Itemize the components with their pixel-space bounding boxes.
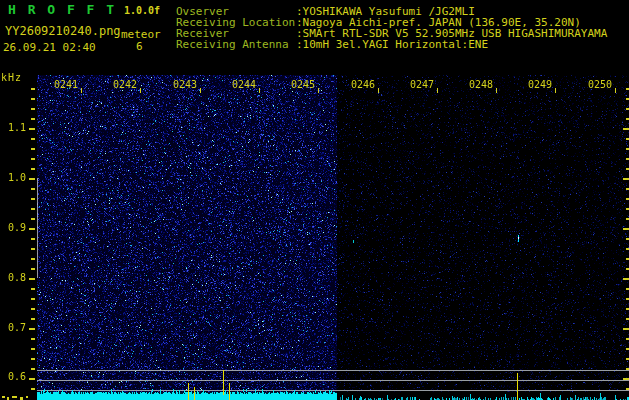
y-axis-unit: kHz: [1, 72, 22, 83]
app-version: 1.0.0f: [124, 5, 160, 16]
y-tick-label: 1.0: [8, 172, 26, 183]
output-filename: YY2609210240.png: [5, 25, 121, 38]
x-tick-label: 0248: [469, 79, 493, 90]
spectrogram-canvas: [0, 70, 629, 400]
hrofft-screen: H R O F F T 1.0.0f YY2609210240.png mete…: [0, 0, 629, 400]
header-row-label: Receiving Antenna: [176, 39, 289, 51]
x-tick-label: 0250: [588, 79, 612, 90]
x-tick-label: 0245: [291, 79, 315, 90]
x-tick-label: 0242: [113, 79, 137, 90]
y-tick-label: 1.1: [8, 122, 26, 133]
app-title: H R O F F T: [8, 3, 116, 17]
x-tick-label: 0247: [410, 79, 434, 90]
y-tick-label: 0.6: [8, 371, 26, 382]
x-tick-label: 0241: [54, 79, 78, 90]
x-tick-label: 0243: [173, 79, 197, 90]
meteor-count: 6: [136, 41, 143, 53]
y-tick-label: 0.8: [8, 272, 26, 283]
y-tick-label: 0.7: [8, 322, 26, 333]
y-tick-label: 0.9: [8, 222, 26, 233]
datetime-label: 26.09.21 02:40: [3, 42, 96, 54]
x-tick-label: 0246: [351, 79, 375, 90]
x-tick-label: 0244: [232, 79, 256, 90]
x-tick-label: 0249: [528, 79, 552, 90]
header-row-value: :10mH 3el.YAGI Horizontal:ENE: [296, 39, 488, 51]
